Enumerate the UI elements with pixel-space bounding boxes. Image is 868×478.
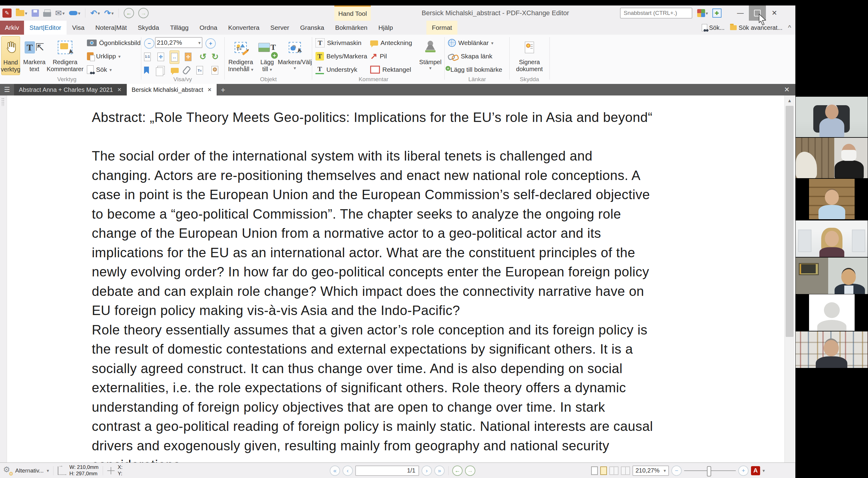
view-history-forward-button[interactable]: → <box>465 466 475 476</box>
video-participant-4[interactable] <box>796 220 868 257</box>
two-page-layout-button[interactable] <box>609 467 618 475</box>
select-text-button[interactable]: T ⇱ Markera text <box>21 36 48 75</box>
two-page-continuous-layout-button[interactable] <box>621 467 630 475</box>
rectangle-button[interactable]: Rektangel <box>369 63 412 76</box>
zoom-out-button[interactable]: − <box>143 37 156 50</box>
comments-pane-button[interactable] <box>169 64 180 77</box>
fit-width-button[interactable]: ↔ <box>169 51 179 64</box>
collapse-ribbon-button[interactable]: ^ <box>788 24 791 32</box>
highlight-button[interactable]: T Belys/Markera <box>314 50 368 63</box>
continuous-layout-button[interactable] <box>600 467 607 475</box>
statusbar-zoom-in-button[interactable]: + <box>738 466 749 476</box>
sign-document-button[interactable]: Signera dokument <box>513 36 546 75</box>
tab-abstract-anna-charles[interactable]: Abstract Anna + Charles May 2021 ✕ <box>14 84 127 95</box>
save-as-button[interactable]: ▾ <box>68 10 81 16</box>
note-button[interactable]: Anteckning <box>369 36 413 49</box>
menu-format[interactable]: Format <box>426 21 458 35</box>
fit-page-button[interactable]: ✢ <box>156 51 165 63</box>
advanced-search-button[interactable]: Sök avancerat... <box>730 24 783 31</box>
save-button[interactable] <box>31 9 39 17</box>
email-button[interactable]: ✉▾ <box>55 8 65 18</box>
open-in-acrobat-button[interactable]: A <box>751 466 760 475</box>
video-participant-3[interactable] <box>796 179 868 219</box>
menu-visa[interactable]: Visa <box>67 21 90 35</box>
menu-konvertera[interactable]: Konvertera <box>223 21 265 35</box>
rotate-cw-button[interactable]: ↻ <box>210 51 220 63</box>
previous-page-button[interactable]: ‹ <box>343 466 353 476</box>
content-pane-button[interactable]: T≡ <box>195 64 204 77</box>
arrow-button[interactable]: ↗ Pil <box>369 50 388 63</box>
thumbnails-pane-button[interactable] <box>156 64 166 77</box>
weblinks-button[interactable]: Weblänkar ▾ <box>447 36 495 49</box>
vertical-scrollbar[interactable]: ▲ <box>784 95 795 468</box>
video-participant-2[interactable] <box>796 138 868 178</box>
customize-ui-button[interactable]: ▾ <box>696 8 709 18</box>
menu-ordna[interactable]: Ordna <box>194 21 222 35</box>
menu-skydda[interactable]: Skydda <box>132 21 164 35</box>
create-link-button[interactable]: Skapa länk <box>447 50 494 63</box>
next-page-button[interactable]: › <box>422 466 432 476</box>
last-page-button[interactable]: » <box>434 466 445 476</box>
video-participant-6[interactable] <box>796 294 868 331</box>
fit-visible-button[interactable]: ✢ <box>184 51 193 63</box>
close-document-button[interactable]: ✕ <box>781 84 793 95</box>
minimize-button[interactable]: — <box>732 5 749 21</box>
history-back-button[interactable]: ← <box>123 7 135 19</box>
scroll-up-icon[interactable]: ▲ <box>785 95 795 105</box>
stamp-button[interactable]: Stämpel ▾ <box>417 36 443 75</box>
video-participant-5[interactable] <box>796 258 868 294</box>
ribbon-search-button[interactable]: Sök ▾ <box>86 63 113 76</box>
select-object-button[interactable]: ➤ Markera/Välj ▾ <box>280 36 310 75</box>
zoom-slider-handle[interactable] <box>707 466 711 476</box>
zoom-level-combobox[interactable]: 210,27% ▾ <box>155 37 203 48</box>
actual-size-button[interactable]: 1:1 <box>143 51 152 63</box>
menu-arkiv[interactable]: Arkiv <box>0 21 24 35</box>
menu-start-editor[interactable]: Start|Editor <box>24 21 67 35</box>
menu-notera-mat[interactable]: Notera|Mät <box>90 21 132 35</box>
zoom-in-button[interactable]: + <box>204 37 217 50</box>
add-object-button[interactable]: T ＋ Lägg till ▾ <box>256 36 278 75</box>
navigation-pane-strip[interactable] <box>0 95 7 468</box>
properties-pane-button[interactable]: ⚙ <box>210 64 219 77</box>
hand-tool-button[interactable]: Hand verktyg <box>1 36 20 75</box>
video-participant-7[interactable] <box>796 331 868 368</box>
menu-tillagg[interactable]: Tillägg <box>164 21 194 35</box>
new-tab-button[interactable]: ＋ <box>217 84 229 95</box>
tab-menu-button[interactable]: ☰ <box>0 84 14 95</box>
statusbar-zoom-out-button[interactable]: − <box>671 466 682 476</box>
print-button[interactable] <box>42 9 52 17</box>
page-number-input[interactable] <box>355 466 419 476</box>
redo-button[interactable]: ↷▾ <box>104 8 114 18</box>
statusbar-zoom-combobox[interactable]: 210,27% ▾ <box>632 466 669 476</box>
clipboard-button[interactable]: Urklipp ▾ <box>86 50 122 63</box>
edit-comments-button[interactable]: ➤ Redigera Kommentarer <box>48 36 82 75</box>
first-page-button[interactable]: « <box>330 466 340 476</box>
single-page-layout-button[interactable] <box>591 467 598 475</box>
menu-hjalp[interactable]: Hjälp <box>373 21 398 35</box>
video-participant-1[interactable] <box>796 97 868 137</box>
menu-granska[interactable]: Granska <box>294 21 330 35</box>
tab-close-icon[interactable]: ✕ <box>117 87 122 93</box>
underline-button[interactable]: T Understryk <box>314 63 359 76</box>
menu-server[interactable]: Server <box>265 21 295 35</box>
bookmarks-pane-button[interactable] <box>143 64 150 77</box>
view-history-back-button[interactable]: ← <box>452 466 463 476</box>
tab-close-icon[interactable]: ✕ <box>208 87 212 93</box>
open-button[interactable]: ▾ <box>15 9 28 17</box>
search-button[interactable]: Sök... <box>702 24 724 31</box>
quickstart-search[interactable]: ⌕ <box>620 8 692 19</box>
add-bookmark-button[interactable]: ＋ Lägg till bokmärke <box>447 63 503 76</box>
snapshot-button[interactable]: Ögonblicksbild <box>86 36 142 49</box>
rotate-ccw-button[interactable]: ↺ <box>198 51 208 63</box>
quickstart-search-input[interactable] <box>623 9 699 17</box>
undo-button[interactable]: ↶▾ <box>90 8 100 18</box>
zoom-slider[interactable] <box>684 470 736 471</box>
tab-bersick-michalski[interactable]: Bersick Michalski_abstract ✕ <box>127 84 217 95</box>
fullscreen-button[interactable]: ✚ <box>712 8 722 18</box>
options-button[interactable]: Alternativ... <box>15 467 44 474</box>
history-forward-button[interactable]: → <box>138 7 149 19</box>
menu-bokmarken[interactable]: Bokmärken <box>330 21 373 35</box>
edit-content-button[interactable]: T≡ Redigera Innehåll ▾ <box>227 36 255 75</box>
attachments-pane-button[interactable] <box>183 64 190 77</box>
scrollbar-thumb[interactable] <box>786 106 794 337</box>
